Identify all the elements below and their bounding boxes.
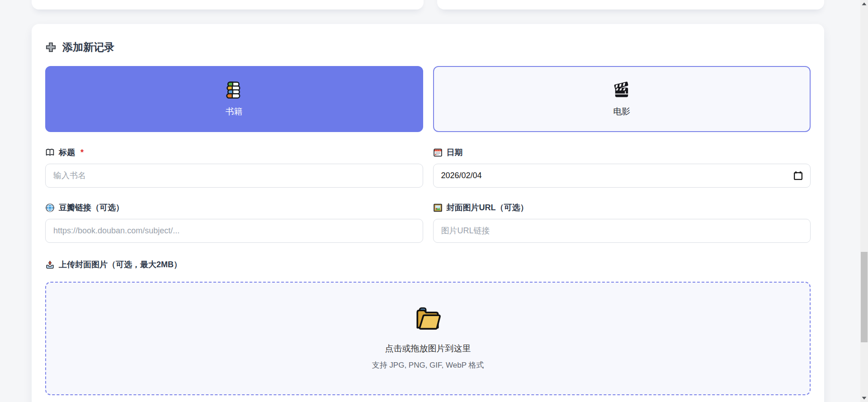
calendar-icon	[433, 148, 443, 157]
scroll-down-arrow-icon[interactable]	[860, 394, 868, 402]
page-title-text: 添加新记录	[62, 40, 114, 54]
globe-icon	[45, 203, 55, 213]
cover-url-input[interactable]	[433, 219, 811, 243]
type-button-movie-label: 电影	[613, 106, 630, 118]
open-folder-icon	[414, 307, 442, 332]
top-card-fragment-left	[32, 0, 424, 9]
cover-url-field-group: 封面图片URL（可选）	[433, 202, 811, 243]
date-value: 2026/02/04	[441, 171, 482, 180]
image-dropzone[interactable]: 点击或拖放图片到这里 支持 JPG, PNG, GIF, WebP 格式	[45, 282, 811, 395]
add-record-card: 添加新记录 书籍	[32, 24, 824, 402]
scroll-up-arrow-icon[interactable]	[860, 0, 868, 8]
cover-url-field-label: 封面图片URL（可选）	[433, 202, 811, 213]
form-fields: 标题 *	[45, 147, 811, 243]
open-book-icon	[45, 148, 55, 157]
douban-link-input[interactable]	[45, 219, 423, 243]
date-input[interactable]: 2026/02/04	[433, 164, 811, 188]
type-button-book[interactable]: 书籍	[45, 66, 423, 132]
dropzone-hint: 支持 JPG, PNG, GIF, WebP 格式	[372, 360, 484, 370]
calendar-picker-icon[interactable]	[793, 170, 803, 181]
required-asterisk: *	[80, 148, 84, 157]
framed-picture-icon	[433, 203, 443, 213]
date-field-label: 日期	[433, 147, 811, 158]
scrollbar-thumb[interactable]	[861, 252, 868, 342]
title-field-group: 标题 *	[45, 147, 423, 188]
top-card-fragment-right	[437, 0, 824, 9]
type-button-movie[interactable]: 电影	[433, 66, 811, 132]
douban-field-label: 豆瓣链接（可选）	[45, 202, 423, 213]
vertical-scrollbar[interactable]	[860, 0, 868, 402]
dropzone-title: 点击或拖放图片到这里	[385, 343, 471, 355]
upload-section: 上传封面图片（可选，最大2MB） 点击或拖放图片到这里 支持 JPG, PNG,…	[45, 259, 811, 395]
douban-field-group: 豆瓣链接（可选）	[45, 202, 423, 243]
outbox-tray-icon	[45, 260, 55, 270]
title-input[interactable]	[45, 164, 423, 188]
record-type-selector: 书籍 电影	[45, 66, 811, 132]
books-stack-icon	[225, 80, 244, 99]
clapperboard-icon	[612, 80, 631, 99]
date-field-group: 日期 2026/02/04	[433, 147, 811, 188]
type-button-book-label: 书籍	[226, 106, 243, 118]
upload-label: 上传封面图片（可选，最大2MB）	[45, 259, 811, 270]
plus-icon	[45, 42, 57, 53]
title-field-label: 标题 *	[45, 147, 423, 158]
page-title: 添加新记录	[45, 40, 811, 54]
